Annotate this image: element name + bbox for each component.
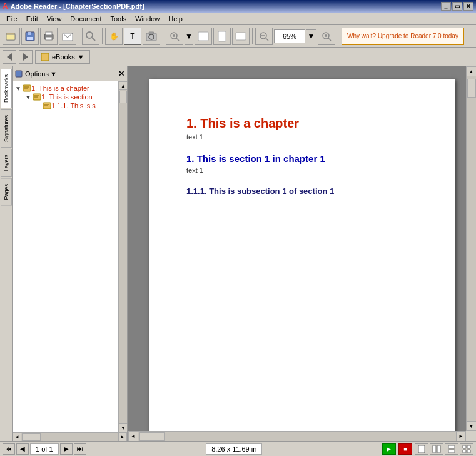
menu-help[interactable]: Help	[165, 14, 186, 24]
toolbar-separator-3	[163, 28, 163, 44]
last-page-button[interactable]: ⏭	[74, 443, 86, 455]
bookmarks-hscroll-left[interactable]: ◄	[13, 433, 21, 442]
single-page-button[interactable]	[415, 443, 428, 455]
menu-bar: File Edit View Document Tools Window Hel…	[0, 13, 476, 25]
bookmark-item-chapter[interactable]: ▼ 1. This is a chapter	[13, 84, 118, 93]
svg-rect-7	[46, 37, 52, 40]
bookmark-chapter-label: 1. This is a chapter	[31, 84, 89, 92]
svg-rect-48	[463, 450, 466, 453]
toolbar-arrow-left[interactable]	[3, 50, 16, 64]
restore-button[interactable]: ▭	[452, 2, 462, 11]
svg-rect-44	[448, 445, 455, 448]
zoom-dropdown-button[interactable]: ▼	[306, 29, 316, 43]
pdf-page: 1. This is a chapter text 1 1. This is s…	[149, 79, 455, 441]
facing-pages-button[interactable]	[430, 443, 443, 455]
bookmarks-scroll-thumb[interactable]	[119, 91, 127, 103]
zoom-in-button[interactable]	[166, 28, 183, 45]
expand-section-icon[interactable]: ▼	[25, 94, 33, 101]
ebooks-button[interactable]: eBooks ▼	[35, 50, 90, 64]
save-button[interactable]	[21, 28, 39, 45]
toolbar-arrow-right[interactable]	[19, 50, 33, 64]
pdf-hscroll-thumb[interactable]	[139, 432, 165, 441]
menu-tools[interactable]: Tools	[107, 14, 131, 24]
bookmarks-vscrollbar[interactable]: ▲ ▼	[118, 81, 127, 432]
tab-bookmarks[interactable]: Bookmarks	[1, 69, 12, 108]
svg-rect-18	[198, 32, 208, 41]
bookmark-chapter-icon	[23, 84, 31, 92]
tab-layers[interactable]: Layers	[1, 149, 12, 177]
bookmark-item-section[interactable]: ▼ 1. This is section	[13, 93, 118, 101]
toolbar-separator-1	[79, 28, 79, 44]
scroll-corner	[466, 431, 476, 441]
minimize-button[interactable]: _	[441, 2, 451, 11]
bookmarks-scroll-up[interactable]: ▲	[119, 81, 127, 90]
pdf-hscroll-left[interactable]: ◄	[128, 432, 138, 442]
ebooks-arrow-icon: ▼	[78, 53, 84, 61]
email-button[interactable]	[59, 28, 76, 45]
status-left: ⏮ ◀ 1 of 1 ▶ ⏭	[3, 443, 86, 455]
prev-page-button[interactable]: ◀	[16, 443, 29, 455]
close-button[interactable]: ✕	[463, 2, 473, 11]
menu-view[interactable]: View	[43, 14, 66, 24]
expand-chapter-icon[interactable]: ▼	[15, 85, 23, 92]
svg-rect-13	[149, 32, 154, 34]
bookmark-subsection-label: 1.1.1. This is s	[51, 102, 96, 109]
hand-button[interactable]: ✋	[105, 28, 123, 45]
print-button[interactable]	[40, 28, 58, 45]
pdf-scroll-thumb[interactable]	[467, 79, 476, 98]
menu-window[interactable]: Window	[131, 14, 163, 24]
menu-edit[interactable]: Edit	[23, 14, 42, 24]
bookmarks-tree: ▼ 1. This is a chapter ▼ 1. This is sect…	[13, 81, 118, 113]
panel-close-button[interactable]: ✕	[118, 69, 124, 78]
search-button[interactable]	[82, 28, 99, 45]
pdf-scroll-up[interactable]: ▲	[467, 66, 477, 76]
bookmarks-hscroll-thumb[interactable]	[22, 433, 41, 441]
window-title: Adobe Reader - [ChapterSectionPDF.pdf]	[11, 3, 144, 10]
zoom-value[interactable]: 65%	[274, 29, 305, 43]
continuous-facing-button[interactable]	[460, 443, 473, 455]
stop-button[interactable]: ■	[398, 443, 412, 455]
bookmarks-scroll-down[interactable]: ▼	[119, 423, 127, 432]
svg-marker-28	[7, 53, 12, 61]
snapshot-button[interactable]	[143, 28, 160, 45]
next-page-button[interactable]: ▶	[60, 443, 73, 455]
bookmark-subsection-icon	[43, 102, 51, 109]
pdf-scroll-area[interactable]: 1. This is a chapter text 1 1. This is s…	[128, 66, 476, 441]
fit-width-button[interactable]	[232, 28, 250, 45]
bookmarks-content: ▼ 1. This is a chapter ▼ 1. This is sect…	[13, 81, 118, 432]
upgrade-banner[interactable]: Why wait? Upgrade to Reader 7.0 today	[342, 28, 464, 45]
zoom-out-small-button[interactable]	[255, 28, 273, 45]
pdf-hscrollbar[interactable]: ◄ ►	[128, 431, 466, 441]
zoom-plus-button[interactable]	[318, 28, 335, 45]
svg-line-10	[92, 38, 95, 41]
secondary-toolbar: eBooks ▼	[0, 48, 476, 66]
bookmarks-hscroll-right[interactable]: ►	[118, 433, 127, 442]
menu-file[interactable]: File	[3, 14, 21, 24]
svg-rect-42	[433, 445, 436, 453]
menu-document[interactable]: Document	[66, 14, 105, 24]
svg-rect-46	[463, 445, 466, 448]
ebooks-label: eBooks	[52, 53, 75, 61]
zoom-dropdown-arrow[interactable]: ▼	[185, 28, 193, 45]
pdf-hscroll-track	[138, 432, 456, 442]
pdf-hscroll-right[interactable]: ►	[456, 432, 466, 442]
tab-signatures[interactable]: Signatures	[1, 109, 12, 148]
tab-pages[interactable]: Pages	[1, 178, 12, 206]
options-button[interactable]: Options ▼	[25, 70, 57, 78]
bookmark-item-subsection[interactable]: 1.1.1. This is s	[13, 101, 118, 110]
pdf-vscrollbar[interactable]: ▲ ▼	[466, 66, 476, 431]
open-button[interactable]	[3, 28, 20, 45]
bookmarks-scroll-track	[119, 90, 127, 423]
play-button[interactable]: ▶	[382, 443, 396, 455]
first-page-button[interactable]: ⏮	[3, 443, 15, 455]
svg-rect-47	[467, 445, 470, 448]
prev-page-view-button[interactable]	[195, 28, 212, 45]
svg-rect-31	[16, 71, 22, 77]
bookmarks-hscrollbar[interactable]: ◄ ►	[13, 432, 127, 441]
zoom-control: 65% ▼	[274, 29, 316, 43]
fit-page-button[interactable]	[213, 28, 231, 45]
continuous-button[interactable]	[445, 443, 458, 455]
pdf-scroll-down[interactable]: ▼	[467, 421, 477, 431]
text-button[interactable]: T	[124, 28, 141, 45]
page-dimensions: 8.26 x 11.69 in	[206, 443, 262, 455]
